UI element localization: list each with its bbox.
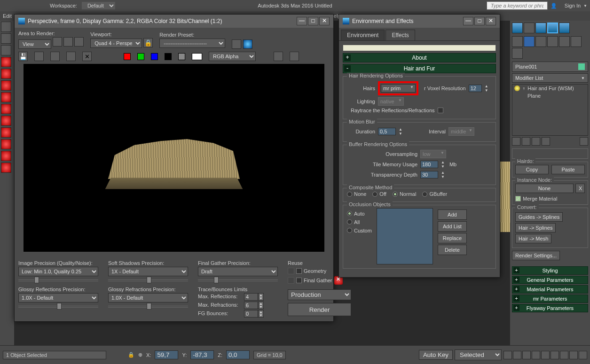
tool-button[interactable] bbox=[1, 80, 11, 91]
window-titlebar[interactable]: Perspective, frame 0, Display Gamma: 2,2… bbox=[15, 15, 333, 28]
tab-effects[interactable]: Effects bbox=[385, 30, 415, 40]
green-channel-button[interactable] bbox=[137, 53, 144, 60]
spinner-arrows[interactable]: ▲▼ bbox=[441, 170, 445, 179]
maximize-button[interactable]: □ bbox=[308, 17, 318, 25]
toggle-button[interactable] bbox=[290, 52, 299, 61]
nav-icon[interactable] bbox=[579, 351, 587, 359]
spinner-arrows[interactable]: ▲▼ bbox=[258, 310, 264, 318]
add-list-button[interactable]: Add List bbox=[438, 221, 467, 232]
z-coord-input[interactable] bbox=[226, 350, 250, 359]
mod-toolbar-button[interactable] bbox=[532, 137, 540, 146]
panel-tab-icon[interactable] bbox=[571, 36, 582, 47]
lock-icon[interactable] bbox=[288, 268, 294, 274]
viewport-select[interactable]: Quad 4 - Perspec bbox=[90, 39, 142, 48]
tile-mem-input[interactable] bbox=[420, 161, 438, 168]
merge-material-checkbox[interactable]: ✓ bbox=[515, 196, 521, 201]
render-mode-select[interactable]: Production bbox=[288, 289, 351, 300]
mod-toolbar-button[interactable] bbox=[580, 137, 588, 146]
spinner-arrows[interactable]: ▲▼ bbox=[258, 302, 264, 309]
tool-button[interactable] bbox=[1, 151, 11, 161]
panel-tab-icon[interactable] bbox=[512, 36, 523, 47]
duration-input[interactable] bbox=[378, 128, 396, 135]
key-mode-select[interactable]: Selected bbox=[455, 349, 502, 360]
bulb-icon[interactable] bbox=[514, 85, 520, 91]
prev-frame-icon[interactable] bbox=[513, 351, 521, 359]
region-button[interactable] bbox=[74, 37, 84, 46]
minimize-button[interactable]: — bbox=[463, 17, 473, 25]
mono-channel-button[interactable] bbox=[178, 53, 185, 60]
rollout-general-params[interactable]: +General Parameters bbox=[512, 276, 588, 284]
close-button[interactable]: ✕ bbox=[319, 17, 330, 25]
image-precision-slider[interactable] bbox=[18, 278, 98, 283]
lock-viewport-button[interactable]: 🔒 bbox=[143, 38, 153, 47]
add-button[interactable]: Add bbox=[438, 209, 467, 220]
image-precision-select[interactable]: Low: Min 1.0, Quality 0.25 bbox=[18, 267, 98, 276]
toggle-button[interactable] bbox=[274, 52, 283, 61]
teapot-icon[interactable] bbox=[559, 23, 570, 33]
glossy-refl-select[interactable]: 1.0X - Default bbox=[18, 293, 98, 302]
occlusion-custom-radio[interactable]: Custom bbox=[347, 228, 372, 233]
clear-fg-button[interactable]: ✕ bbox=[334, 276, 343, 285]
fg-bounces-input[interactable] bbox=[244, 310, 258, 318]
nav-icon[interactable] bbox=[560, 351, 568, 359]
maximize-button[interactable]: □ bbox=[474, 17, 485, 25]
tab-environment[interactable]: Environment bbox=[341, 30, 385, 40]
workspace-select[interactable]: Default bbox=[82, 2, 115, 9]
user-icon[interactable]: 👤 bbox=[551, 3, 557, 9]
blue-channel-button[interactable] bbox=[151, 53, 158, 60]
tool-button[interactable] bbox=[1, 57, 11, 67]
render-preset-select[interactable]: ------------------------- bbox=[159, 39, 225, 48]
render-settings-button[interactable]: Render Settings... bbox=[512, 251, 560, 260]
save-image-button[interactable]: 💾 bbox=[18, 52, 28, 61]
paste-button[interactable]: Paste bbox=[551, 165, 585, 174]
sign-in-link[interactable]: Sign In bbox=[565, 3, 581, 8]
nav-icon[interactable] bbox=[569, 351, 578, 359]
tool-button[interactable] bbox=[1, 127, 11, 138]
final-gather-slider[interactable] bbox=[198, 278, 278, 283]
tool-button[interactable] bbox=[1, 92, 11, 102]
x-button[interactable]: X bbox=[575, 184, 585, 193]
voxel-input[interactable] bbox=[469, 85, 482, 92]
modifier-list-dropdown[interactable]: Modifier List bbox=[512, 73, 588, 83]
panel-tab-icon[interactable] bbox=[512, 48, 523, 59]
effects-list[interactable] bbox=[343, 45, 496, 51]
composite-off-radio[interactable]: Off bbox=[372, 191, 386, 197]
copy-button[interactable]: Copy bbox=[515, 165, 549, 174]
spinner-arrows[interactable]: ▲▼ bbox=[485, 84, 488, 93]
coord-icon[interactable]: ⊕ bbox=[138, 352, 142, 358]
render-button[interactable] bbox=[243, 39, 252, 49]
x-coord-input[interactable] bbox=[155, 350, 178, 359]
guides-to-splines-button[interactable]: Guides -> Splines bbox=[515, 212, 563, 222]
color-swatch[interactable] bbox=[578, 63, 585, 70]
max-refl-input[interactable] bbox=[244, 293, 258, 301]
glossy-refl-slider[interactable] bbox=[18, 304, 98, 309]
mod-toolbar-button[interactable] bbox=[542, 137, 550, 146]
goto-end-icon[interactable] bbox=[541, 351, 550, 359]
panel-tab-icon[interactable] bbox=[559, 36, 570, 47]
composite-normal-radio[interactable]: Normal bbox=[393, 191, 416, 197]
raytrace-checkbox[interactable] bbox=[438, 108, 443, 113]
area-to-render-select[interactable]: View bbox=[18, 39, 51, 49]
tool-button[interactable] bbox=[1, 139, 11, 149]
search-input[interactable] bbox=[487, 1, 548, 10]
region-button[interactable] bbox=[53, 37, 62, 46]
region-button[interactable] bbox=[63, 37, 73, 46]
panel-icon[interactable] bbox=[524, 23, 535, 33]
modifier-item[interactable]: ♀Hair and Fur (WSM) bbox=[512, 85, 588, 92]
lock-icon[interactable] bbox=[288, 277, 294, 284]
hair-to-splines-button[interactable]: Hair -> Splines bbox=[515, 223, 556, 232]
tool-button[interactable] bbox=[1, 163, 11, 173]
panel-tab-icon[interactable] bbox=[524, 36, 535, 47]
final-gather-select[interactable]: Draft bbox=[198, 267, 278, 276]
y-coord-input[interactable] bbox=[190, 350, 214, 359]
rollout-about[interactable]: +About bbox=[343, 53, 496, 62]
composite-gbuffer-radio[interactable]: GBuffer bbox=[422, 191, 447, 197]
alpha-channel-button[interactable] bbox=[165, 53, 172, 60]
modifier-item[interactable]: Plane bbox=[512, 92, 588, 100]
rollout-hair-fur[interactable]: -Hair and Fur bbox=[343, 64, 496, 73]
composite-none-radio[interactable]: None bbox=[347, 191, 366, 197]
minimize-button[interactable]: — bbox=[297, 17, 307, 25]
spinner-arrows[interactable]: ▲▼ bbox=[399, 127, 402, 136]
rollout-mr-params[interactable]: +mr Parameters bbox=[512, 294, 588, 303]
replace-button[interactable]: Replace bbox=[438, 233, 467, 243]
